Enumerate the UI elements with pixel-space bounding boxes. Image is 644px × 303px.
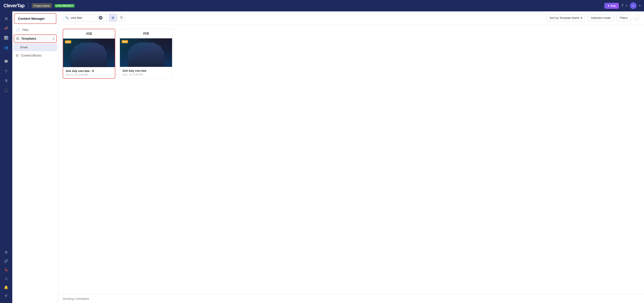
content-blocks-nav-item[interactable]: ⊞ Content Blocks	[12, 51, 58, 60]
topnav-right: ✦ Ask ? ▾ I ▾	[604, 2, 640, 9]
sort-label: Sort by Template Name	[550, 16, 579, 20]
main-footer: Showing 2 templates	[58, 294, 644, 303]
ask-button[interactable]: ✦ Ask	[604, 3, 619, 9]
nav-divider	[28, 3, 28, 9]
card-1-image: New	[63, 38, 115, 67]
clear-search-icon[interactable]: ✕	[99, 16, 102, 20]
content-manager-header: Content Manager	[14, 13, 56, 24]
card-1-date: Oct 21, 24 11:08 AM	[66, 74, 112, 76]
files-nav-item[interactable]: 📄 Files	[12, 26, 58, 34]
template-card-2[interactable]: #16 New 2nd July cms bee Jul 2, 24 12:09…	[120, 29, 172, 79]
top-navigation: CleverTap Project Name LIVE PROJECT ✦ As…	[0, 0, 644, 12]
left-panel: Content Manager 📄 Files ⊡ Templates ▴ Em…	[12, 12, 58, 303]
files-label: Files	[22, 28, 29, 32]
sort-dropdown[interactable]: Sort by Template Name ▾	[547, 14, 585, 21]
sidebar-icon-support[interactable]: 🎧	[2, 86, 10, 95]
templates-icon: ⊡	[16, 36, 19, 40]
email-label: Email	[20, 46, 28, 49]
sidebar-icon-messages[interactable]: 💬	[2, 57, 10, 66]
sidebar-spacer	[2, 52, 10, 56]
templates-label: Templates	[21, 37, 36, 40]
sort-chevron-icon: ▾	[581, 16, 582, 20]
content-blocks-label: Content Blocks	[21, 54, 42, 57]
sidebar-icon-funnels[interactable]: ▽	[2, 67, 10, 76]
view-toggle: ⊞ ☰	[109, 14, 125, 22]
search-box: 🔍 ✕	[63, 14, 106, 22]
card-1-info: 2nd July cms bee - fr Oct 21, 24 11:08 A…	[63, 67, 115, 78]
template-card-1[interactable]: #16 New 2nd July cms bee - fr Oct 21, 24…	[63, 29, 115, 79]
search-icon: 🔍	[65, 16, 69, 20]
cards-area: #16 New 2nd July cms bee - fr Oct 21, 24…	[58, 24, 644, 294]
grid-view-button[interactable]: ⊞	[109, 14, 116, 22]
files-icon: 📄	[16, 28, 20, 32]
project-name: Project Name	[34, 4, 50, 8]
filters-button[interactable]: Filters	[616, 14, 631, 21]
sidebar-icon-bookmarks[interactable]: 🔖	[2, 265, 10, 274]
card-2-new-badge: New	[122, 40, 128, 43]
sidebar-icon-dashboard[interactable]: ⊞	[2, 14, 10, 23]
clevertap-logo: CleverTap	[4, 3, 24, 8]
sidebar-icon-bell[interactable]: 🔔	[2, 283, 10, 292]
toolbar: 🔍 ✕ ⊞ ☰ Sort by Template Name ▾ Selectio…	[58, 12, 644, 24]
cards-grid: #16 New 2nd July cms bee - fr Oct 21, 24…	[63, 29, 640, 79]
card-2-number: #16	[120, 29, 172, 38]
sidebar-icon-integrations[interactable]: 🔗	[2, 256, 10, 265]
card-2-image: New	[120, 38, 172, 67]
search-input[interactable]	[70, 16, 97, 20]
selection-mode-button[interactable]: Selection mode	[588, 14, 614, 21]
email-sub-item[interactable]: Email	[14, 44, 57, 51]
card-2-info: 2nd July cms bee Jul 2, 24 12:09 PM...	[120, 67, 172, 78]
sidebar-bottom: ⚙ 🔗 🔖 ⚠ 🔔 ⛛	[2, 248, 10, 300]
templates-nav-item[interactable]: ⊡ Templates ▴	[14, 34, 57, 43]
sidebar-icon-experiments[interactable]: ⚗	[2, 76, 10, 85]
card-1-title: 2nd July cms bee - fr	[66, 69, 112, 72]
card-2-date: Jul 2, 24 12:09 PM...	[122, 73, 170, 76]
user-avatar[interactable]: I	[630, 2, 636, 9]
showing-count: Showing 2 templates	[63, 297, 89, 300]
card-1-new-badge: New	[65, 40, 71, 44]
live-badge: LIVE PROJECT	[54, 4, 74, 8]
logo-area: CleverTap	[4, 3, 24, 8]
toolbar-right: Sort by Template Name ▾ Selection mode F…	[547, 14, 640, 21]
sidebar-icon-network[interactable]: ⛛	[2, 292, 10, 300]
card-2-title: 2nd July cms bee	[122, 69, 170, 72]
help-icon[interactable]: ?	[622, 4, 624, 8]
sidebar-icon-engage[interactable]: 📣	[2, 24, 10, 32]
avatar-chevron-icon[interactable]: ▾	[639, 4, 640, 7]
nav-chevron-icon[interactable]: ▾	[626, 4, 627, 7]
templates-chevron-icon[interactable]: ▴	[53, 37, 54, 40]
content-blocks-icon: ⊞	[16, 54, 19, 58]
icon-sidebar: ⊞ 📣 📊 👥 💬 ▽ ⚗ 🎧 ⚙ 🔗 🔖 ⚠ 🔔 ⛛	[0, 12, 12, 303]
main-content: 🔍 ✕ ⊞ ☰ Sort by Template Name ▾ Selectio…	[58, 12, 644, 303]
collapse-panel-button[interactable]: ‹	[634, 15, 640, 21]
list-view-button[interactable]: ☰	[118, 14, 125, 22]
main-layout: ⊞ 📣 📊 👥 💬 ▽ ⚗ 🎧 ⚙ 🔗 🔖 ⚠ 🔔 ⛛ Content Mana…	[0, 12, 644, 303]
sidebar-icon-users[interactable]: 👥	[2, 43, 10, 52]
sidebar-icon-analytics[interactable]: 📊	[2, 33, 10, 42]
sidebar-icon-settings[interactable]: ⚙	[2, 248, 10, 256]
card-1-number: #16	[63, 29, 115, 38]
sidebar-icon-alerts[interactable]: ⚠	[2, 274, 10, 283]
project-name-area: Project Name	[32, 3, 52, 8]
